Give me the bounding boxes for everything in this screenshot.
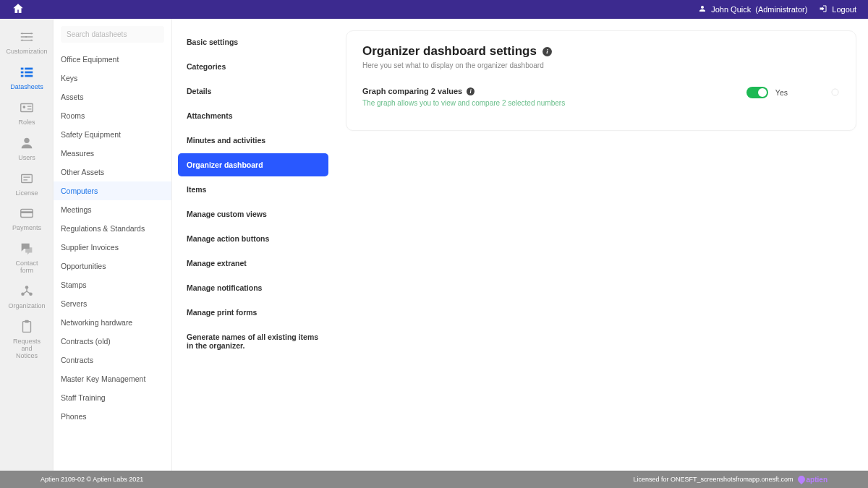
nav-item-label: RequestsandNotices [13,338,41,360]
logout-label: Logout [832,5,856,14]
datasheet-item[interactable]: Staff Training [54,388,171,407]
settings-menu-item[interactable]: Basic settings [178,30,328,53]
panel-title-text: Organizer dashboard settings [362,44,537,59]
svg-rect-0 [21,67,24,69]
nav-item-roles[interactable]: Roles [0,95,54,131]
nav-item-payments[interactable]: Payments [0,201,54,236]
user-name: John Quick [711,5,751,14]
datasheet-item[interactable]: Assets [54,87,171,106]
svg-point-12 [25,286,29,289]
svg-rect-6 [21,103,33,111]
toggle-state-label: Yes [775,88,788,97]
footer-license: Licensed for ONESFT_screenshotsfromapp.o… [633,476,793,483]
settings-menu-item[interactable]: Categories [178,55,328,78]
svg-rect-9 [22,174,33,182]
nav-item-label: Organization [8,303,45,310]
settings-menu-item[interactable]: Manage action buttons [178,227,328,250]
org-icon [19,283,35,301]
settings-panel: Organizer dashboard settings i Here you … [346,30,856,131]
nav-item-label: Datasheets [10,84,43,91]
nav-item-license[interactable]: License [0,166,54,202]
datasheet-list[interactable]: Office EquipmentKeysAssetsRoomsSafety Eq… [54,50,171,471]
nav-item-label: License [15,190,38,197]
datasheet-item[interactable]: Computers [54,181,171,200]
settings-menu-item[interactable]: Organizer dashboard [178,153,328,176]
settings-menu-item[interactable]: Attachments [178,104,328,127]
user-info[interactable]: John Quick (Administrator) [698,4,807,14]
panel-title: Organizer dashboard settings i [362,44,840,59]
svg-rect-2 [21,75,24,77]
svg-rect-1 [21,72,24,74]
clipboard-icon [19,319,35,337]
user-role: (Administrator) [755,5,807,14]
brand-icon [796,474,806,484]
datasheet-item[interactable]: Stamps [54,275,171,294]
datasheet-item[interactable]: Servers [54,294,171,313]
datasheets-column: Office EquipmentKeysAssetsRoomsSafety Eq… [54,19,172,471]
datasheet-item[interactable]: Regulations & Standards [54,219,171,238]
datasheet-item[interactable]: Meetings [54,200,171,219]
datasheet-item[interactable]: Phones [54,407,171,426]
footer: Aptien 2109-02 © Aptien Labs 2021 Licens… [0,471,868,488]
settings-menu-item[interactable]: Items [178,178,328,201]
delete-icon[interactable] [831,88,840,97]
settings-menu-item[interactable]: Details [178,80,328,103]
nav-item-contact[interactable]: Contactform [0,236,54,279]
nav-item-users[interactable]: Users [0,131,54,166]
info-icon[interactable]: i [467,87,475,95]
datasheet-item[interactable]: Safety Equipment [54,125,171,144]
datasheet-item[interactable]: Contracts (old) [54,332,171,351]
setting-row-graph: Graph comparing 2 values i The graph all… [362,87,840,117]
topbar: John Quick (Administrator) Logout [0,0,868,19]
nav-item-organization[interactable]: Organization [0,279,54,314]
settings-menu-item[interactable]: Manage custom views [178,202,328,226]
svg-rect-3 [25,67,33,69]
datasheet-item[interactable]: Opportunities [54,257,171,275]
credit-card-icon [19,205,35,223]
svg-rect-11 [21,212,33,214]
home-icon[interactable] [12,2,25,17]
datasheet-item[interactable]: Keys [54,69,171,87]
settings-menu-column: Basic settingsCategoriesDetailsAttachmen… [172,19,334,471]
datasheet-item[interactable]: Supplier Invoices [54,238,171,257]
settings-menu-item[interactable]: Minutes and activities [178,129,328,152]
settings-menu-item[interactable]: Manage notifications [178,276,328,299]
datasheet-item[interactable]: Master Key Management [54,369,171,388]
main-column: Organizer dashboard settings i Here you … [334,19,868,471]
datasheet-item[interactable]: Rooms [54,106,171,125]
datasheet-item[interactable]: Networking hardware [54,313,171,332]
svg-point-7 [23,106,26,108]
setting-description: The graph allows you to view and compare… [362,98,579,108]
chat-icon [19,241,35,259]
settings-menu-item[interactable]: Manage print forms [178,301,328,324]
toggle-switch[interactable] [746,87,768,98]
logout-icon [819,4,827,14]
datasheet-item[interactable]: Office Equipment [54,50,171,69]
setting-label: Graph comparing 2 values i [362,87,746,95]
nav-item-label: Contactform [15,260,38,275]
content-area: Office EquipmentKeysAssetsRoomsSafety Eq… [54,19,868,471]
svg-rect-5 [25,75,33,77]
svg-point-17 [832,89,838,95]
datasheet-item[interactable]: Measures [54,144,171,163]
logout-button[interactable]: Logout [819,4,856,14]
settings-menu-item[interactable]: Generate names of all existing items in … [178,325,328,357]
svg-rect-16 [25,320,29,323]
nav-item-label: Payments [12,225,41,232]
search-input[interactable] [61,26,164,43]
nav-item-datasheets[interactable]: Datasheets [0,60,54,95]
footer-copyright: Aptien 2109-02 © Aptien Labs 2021 [41,476,143,483]
user-icon [698,4,707,14]
svg-rect-4 [25,72,33,74]
settings-menu-item[interactable]: Manage extranet [178,252,328,275]
id-card-icon [19,100,35,118]
nav-item-label: Users [18,155,35,162]
datasheet-item[interactable]: Other Assets [54,163,171,181]
nav-item-requests[interactable]: RequestsandNotices [0,314,54,364]
nav-item-customization[interactable]: Customization [0,25,54,60]
footer-brand-logo: aptien [798,476,827,484]
info-icon[interactable]: i [542,47,552,56]
svg-point-8 [24,137,29,142]
datasheet-item[interactable]: Contracts [54,351,171,369]
license-icon [19,171,35,189]
